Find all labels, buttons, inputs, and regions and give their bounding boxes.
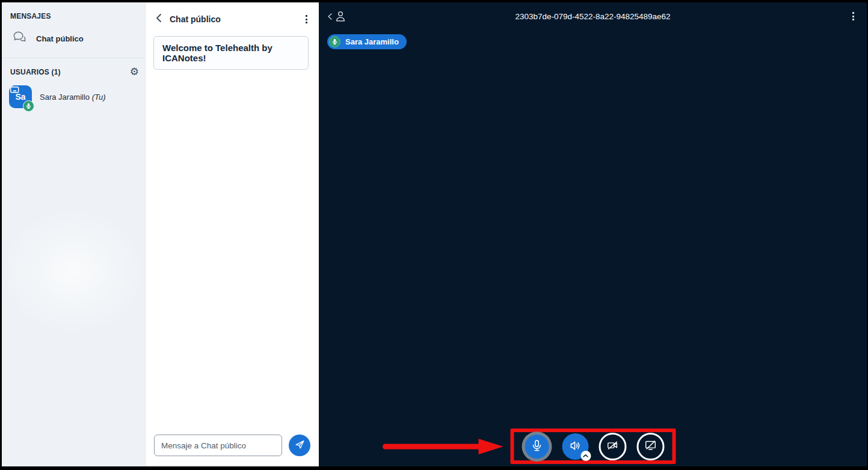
meeting-title: 2303b7de-079d-4522-8a22-94825489ae62 — [515, 12, 670, 21]
webcam-off-icon — [606, 439, 619, 454]
microphone-icon — [23, 100, 34, 112]
mute-microphone-button[interactable] — [525, 435, 549, 459]
public-chat-panel: Chat público Welcome to Telehealth by IC… — [145, 2, 319, 466]
leave-audio-button[interactable] — [562, 433, 588, 460]
chat-options-kebab-menu-icon[interactable] — [304, 13, 309, 25]
share-screen-button[interactable] — [636, 433, 664, 460]
chat-input-row — [146, 435, 319, 466]
users-header-label: USUARIOS (1) — [10, 68, 61, 76]
users-section-header: USUARIOS (1) ⚙ — [2, 58, 145, 77]
user-list-item[interactable]: Sa Sara Jaramillo (Tu) — [2, 77, 145, 108]
messages-header: MENSAJES — [2, 2, 145, 20]
controls-highlight-rectangle — [510, 429, 676, 464]
toggle-user-list-button[interactable] — [327, 10, 347, 23]
app-window: MENSAJES Chat público USUARIOS (1) ⚙ — [0, 0, 868, 470]
presenter-icon — [10, 86, 20, 97]
microphone-icon — [530, 439, 543, 454]
chevron-left-icon — [327, 13, 333, 20]
arrow-annotation — [381, 437, 506, 456]
chat-panel-title: Chat público — [170, 14, 297, 24]
active-speaker-badge[interactable]: Sara Jaramillo — [327, 34, 407, 49]
send-icon — [294, 439, 306, 452]
main-options-kebab-menu-icon[interactable] — [851, 10, 856, 22]
microphone-icon — [329, 36, 340, 47]
screenshare-off-icon — [644, 439, 657, 454]
main-topbar: 2303b7de-079d-4522-8a22-94825489ae62 — [319, 2, 867, 30]
share-webcam-button[interactable] — [599, 433, 626, 460]
chat-message-area — [146, 70, 319, 435]
sidebar-item-public-chat-label: Chat público — [36, 34, 84, 43]
send-message-button[interactable] — [289, 435, 310, 456]
avatar: Sa — [9, 85, 32, 108]
message-input[interactable] — [154, 435, 282, 456]
user-you-suffix: (Tu) — [92, 93, 106, 102]
gear-icon[interactable]: ⚙ — [130, 67, 139, 77]
audio-options-chevron-up-icon[interactable] — [580, 451, 591, 461]
sidebar-item-public-chat[interactable]: Chat público — [2, 20, 145, 58]
chat-panel-header: Chat público — [146, 2, 319, 30]
user-name: Sara Jaramillo (Tu) — [40, 93, 106, 102]
person-icon — [334, 10, 347, 23]
chevron-left-icon[interactable] — [155, 13, 162, 25]
active-speaker-name: Sara Jaramillo — [345, 37, 399, 46]
presentation-area: 2303b7de-079d-4522-8a22-94825489ae62 Sar… — [319, 2, 867, 466]
chat-bubbles-icon — [11, 30, 28, 47]
controls-annotation-zone — [510, 429, 676, 464]
navigation-sidebar: MENSAJES Chat público USUARIOS (1) ⚙ — [2, 2, 145, 466]
welcome-message: Welcome to Telehealth by ICANotes! — [153, 36, 309, 70]
speaker-icon — [568, 439, 582, 454]
